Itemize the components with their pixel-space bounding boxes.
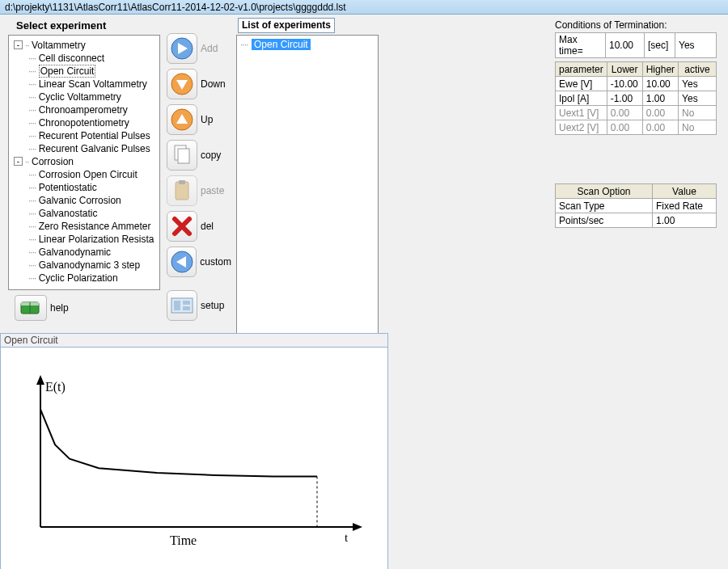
tree-item-label: Open Circuit xyxy=(39,65,96,78)
cell-value[interactable]: 1.00 xyxy=(653,213,717,228)
cell-lower[interactable]: -10.00 xyxy=(607,77,642,91)
list-item[interactable]: ···· Open Circuit xyxy=(240,39,375,50)
table-row[interactable]: Ipol [A] -1.00 1.00 Yes xyxy=(556,91,717,106)
custom-label: custom xyxy=(200,256,231,268)
setup-icon xyxy=(170,295,194,316)
table-row[interactable]: Scan Type Fixed Rate xyxy=(556,199,717,213)
tree-item[interactable]: ···· Open Circuit xyxy=(27,65,159,78)
maxtime-unit: [sec] xyxy=(645,33,675,58)
th-active[interactable]: active xyxy=(679,62,717,77)
list-of-experiments-label: List of experiments xyxy=(238,18,335,33)
th-scan-option[interactable]: Scan Option xyxy=(556,184,653,199)
cell-higher[interactable]: 10.00 xyxy=(642,77,678,91)
arrow-down-icon xyxy=(170,72,194,96)
copy-button[interactable] xyxy=(167,140,197,171)
termination-label: Conditions of Termination: xyxy=(555,19,718,31)
th-value[interactable]: Value xyxy=(653,184,717,199)
copy-icon xyxy=(171,144,193,166)
arrow-left-icon xyxy=(170,250,194,274)
tree-item[interactable]: ···· Cell disconnect xyxy=(27,52,159,65)
tree-item[interactable]: ···· Chronopotentiometry xyxy=(27,116,159,129)
cell-lower[interactable]: 0.00 xyxy=(607,120,642,135)
tree-group-voltammetry[interactable]: -·· Voltammetry xyxy=(12,39,159,52)
tree-item[interactable]: ···· Linear Polarization Resista xyxy=(27,233,159,246)
down-label: Down xyxy=(201,78,226,90)
tree-item-label: Cell disconnect xyxy=(39,53,104,64)
cell-param: Uext1 [V] xyxy=(556,106,607,120)
tree-item[interactable]: ···· Recurent Potential Pulses xyxy=(27,129,159,142)
table-row[interactable]: Uext1 [V] 0.00 0.00 No xyxy=(556,106,717,120)
tree-item[interactable]: ···· Cyclic Voltammetry xyxy=(27,91,159,103)
help-button[interactable] xyxy=(15,295,47,321)
setup-button[interactable] xyxy=(167,290,197,321)
setup-label: setup xyxy=(201,300,224,311)
cell-higher[interactable]: 0.00 xyxy=(642,120,678,135)
down-button[interactable] xyxy=(167,69,197,99)
paste-button[interactable] xyxy=(167,175,197,206)
tree-dots: ·· xyxy=(25,40,29,51)
cell-lower[interactable]: 0.00 xyxy=(607,106,642,120)
tree-item[interactable]: ···· Zero Resistance Ammeter xyxy=(27,220,159,233)
cell-higher[interactable]: 0.00 xyxy=(642,106,678,120)
cell-option: Points/sec xyxy=(556,213,653,228)
xlabel-center: Time xyxy=(170,533,197,547)
add-button[interactable] xyxy=(167,33,197,64)
table-row[interactable]: Ewe [V] -10.00 10.00 Yes xyxy=(556,77,717,91)
tree-item[interactable]: ···· Galvanodynamic xyxy=(27,246,159,259)
svg-rect-20 xyxy=(183,306,190,310)
add-label: Add xyxy=(201,43,218,54)
tree-item-label: Chronoamperometry xyxy=(39,104,128,116)
svg-rect-10 xyxy=(178,149,189,163)
tree-item-label: Corrosion Open Circuit xyxy=(39,169,138,180)
th-higher[interactable]: Higher xyxy=(642,62,678,77)
tree-group-corrosion[interactable]: -·· Corrosion xyxy=(12,155,159,168)
tree-item-label: Galvanodynamic 3 step xyxy=(39,259,140,271)
arrow-right-icon xyxy=(170,36,194,61)
delete-button[interactable] xyxy=(167,211,197,242)
up-button[interactable] xyxy=(167,104,197,135)
maxtime-active[interactable]: Yes xyxy=(675,33,717,58)
custom-button[interactable] xyxy=(167,247,197,277)
tree-item-label: Recurent Galvanic Pulses xyxy=(39,143,150,154)
tree-item-label: Recurent Potential Pulses xyxy=(39,130,150,141)
tree-item[interactable]: ···· Galvanic Corrosion xyxy=(27,194,159,207)
tree-item-label: Cyclic Voltammetry xyxy=(39,91,121,103)
termination-table: parameter Lower Higher active Ewe [V] -1… xyxy=(555,61,717,135)
book-icon xyxy=(19,299,42,317)
tree-item[interactable]: ···· Corrosion Open Circuit xyxy=(27,168,159,181)
cell-value[interactable]: Fixed Rate xyxy=(653,199,717,213)
cell-lower[interactable]: -1.00 xyxy=(607,91,642,106)
experiment-list[interactable]: ···· Open Circuit xyxy=(236,35,379,337)
cell-active[interactable]: No xyxy=(679,120,717,135)
cell-higher[interactable]: 1.00 xyxy=(642,91,678,106)
collapse-icon[interactable]: - xyxy=(14,157,23,166)
svg-rect-19 xyxy=(183,301,190,305)
svg-marker-24 xyxy=(353,523,362,531)
maxtime-value[interactable]: 10.00 xyxy=(606,33,645,58)
tree-item[interactable]: ···· Recurent Galvanic Pulses xyxy=(27,142,159,155)
tree-item-label: Potentiostatic xyxy=(39,182,97,193)
th-parameter[interactable]: parameter xyxy=(556,62,607,77)
tree-item[interactable]: ···· Galvanostatic xyxy=(27,207,159,220)
tree-dots: ···· xyxy=(240,39,252,50)
select-experiment-label: Select experiment xyxy=(8,15,160,35)
th-lower[interactable]: Lower xyxy=(607,62,642,77)
tree-item[interactable]: ···· Chronoamperometry xyxy=(27,103,159,116)
tree-item[interactable]: ···· Potentiostatic xyxy=(27,181,159,194)
tree-item[interactable]: ···· Galvanodynamic 3 step xyxy=(27,259,159,272)
cell-active[interactable]: Yes xyxy=(679,77,717,91)
collapse-icon[interactable]: - xyxy=(14,40,23,49)
svg-rect-11 xyxy=(176,182,188,200)
graph-panel: Open Circuit E(t) Time t xyxy=(0,333,388,569)
table-row[interactable]: Uext2 [V] 0.00 0.00 No xyxy=(556,120,717,135)
tree-item[interactable]: ···· Linear Scan Voltammetry xyxy=(27,78,159,91)
cell-option: Scan Type xyxy=(556,199,653,213)
ylabel: E(t) xyxy=(45,380,66,394)
experiment-tree[interactable]: -·· Voltammetry ···· Cell disconnect ···… xyxy=(8,35,160,290)
cell-active[interactable]: Yes xyxy=(679,91,717,106)
tree-item[interactable]: ···· Cyclic Polarization xyxy=(27,272,159,284)
cell-active[interactable]: No xyxy=(679,106,717,120)
table-row[interactable]: Points/sec 1.00 xyxy=(556,213,717,228)
chart-svg: E(t) Time t xyxy=(8,357,380,559)
cell-param: Ipol [A] xyxy=(556,91,607,106)
